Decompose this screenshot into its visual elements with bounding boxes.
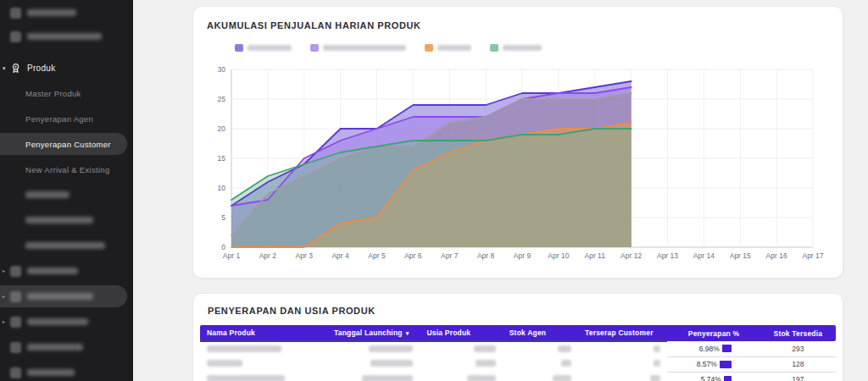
col-header-penyerapan-pct[interactable]: Penyerapan % [667,325,760,341]
product-table: Nama Produk Tanggal Launching▾ Usia Prod… [200,325,836,381]
sidebar-item-label: New Arrival & Existing [25,165,110,174]
legend-swatch [235,44,243,52]
blurred-value [467,375,496,381]
blurred-value [553,375,571,381]
table-title: PENYERAPAN DAN USIA PRODUK [208,306,836,316]
legend-label-blurred [323,45,406,51]
sidebar-item-blurred[interactable] [0,360,133,381]
blurred-value [476,360,496,367]
sales-chart: 051015202530Apr 1Apr 2Apr 3Apr 4Apr 5Apr… [207,62,829,268]
table-row: 5.74%197 [200,372,836,381]
blurred-value [654,345,660,352]
svg-text:30: 30 [218,65,226,74]
blurred-value [654,360,660,367]
blurred-icon [10,367,21,378]
svg-text:Apr 14: Apr 14 [693,251,715,260]
svg-text:0: 0 [221,243,225,251]
svg-text:Apr 12: Apr 12 [620,251,642,260]
blurred-cell [420,372,502,381]
stok-tersedia-cell: 128 [760,356,836,372]
blurred-icon [10,342,21,353]
chevron-right-icon[interactable]: ▸ [3,294,5,299]
sidebar-item-blurred[interactable] [0,24,133,49]
sidebar-item-penyerapan-customer[interactable]: Penyerapan Customer [0,131,133,157]
blurred-cell [503,356,578,372]
chevron-right-icon[interactable]: ▸ [3,268,5,273]
svg-text:Apr 15: Apr 15 [730,251,751,260]
blurred-value [558,345,571,352]
table-row: 6.98%293 [200,341,836,356]
svg-text:20: 20 [218,124,226,133]
col-header-stok-tersedia[interactable]: Stok Tersedia [760,325,836,341]
col-header-tanggal-launching[interactable]: Tanggal Launching▾ [327,325,420,341]
blurred-label [27,9,76,16]
sidebar-item-blurred[interactable] [0,2,133,24]
sidebar-item-penyerapan-agen[interactable]: Penyerapan Agen [0,106,133,131]
legend-item-2[interactable] [310,44,406,52]
penyerapan-value: 6.98% [699,345,720,353]
sidebar-item-master-produk[interactable]: Master Produk [0,80,133,106]
blurred-cell [327,341,420,356]
blurred-label [25,191,70,198]
sidebar-item-new-arrival-existing[interactable]: New Arrival & Existing [0,157,133,182]
chevron-right-icon[interactable]: ▸ [3,319,5,324]
chart-title: AKUMULASI PENJUALAN HARIAN PRODUK [207,20,829,30]
penyerapan-value: 8.57% [697,360,717,368]
blurred-cell [200,341,327,356]
legend-item-3[interactable] [425,44,471,52]
table-header-row: Nama Produk Tanggal Launching▾ Usia Prod… [200,325,836,341]
legend-item-4[interactable] [490,44,542,52]
legend-swatch [490,44,498,52]
blurred-value [650,375,660,381]
sidebar: ▾ProdukMaster ProdukPenyerapan AgenPenye… [0,0,133,381]
blurred-icon [10,266,21,277]
chart-legend [235,44,829,52]
blurred-value [362,375,413,381]
col-header-terserap-customer[interactable]: Terserap Customer [578,325,667,341]
svg-text:Apr 3: Apr 3 [296,251,314,260]
svg-text:Apr 4: Apr 4 [331,251,349,260]
sidebar-item-blurred[interactable]: ▸ [0,258,133,284]
blurred-cell [327,356,420,372]
svg-text:Apr 5: Apr 5 [368,251,386,260]
sidebar-item-produk[interactable]: ▾Produk [0,55,133,80]
col-header-nama-produk[interactable]: Nama Produk [200,325,327,341]
stok-tersedia-cell: 197 [760,372,836,381]
penyerapan-cell: 5.74% [667,372,760,381]
col-header-stok-agen[interactable]: Stok Agen [503,325,578,341]
sidebar-item-blurred[interactable]: ▸ [0,309,133,334]
svg-text:Apr 8: Apr 8 [477,251,495,260]
sidebar-item-blurred[interactable] [0,233,133,258]
blurred-cell [578,356,667,372]
svg-text:Apr 16: Apr 16 [766,251,787,260]
blurred-icon [10,291,21,302]
svg-text:Apr 6: Apr 6 [404,251,422,260]
blurred-value [369,345,413,352]
penyerapan-cell: 6.98% [667,341,760,356]
sidebar-item-blurred[interactable]: ▸ [0,284,133,309]
blurred-value [207,345,281,352]
svg-text:Apr 7: Apr 7 [441,251,459,260]
chevron-down-icon[interactable]: ▾ [3,65,6,71]
blurred-cell [420,341,502,356]
blurred-label [27,33,102,40]
blurred-value [561,360,571,367]
blurred-cell [327,372,420,381]
sidebar-item-blurred[interactable] [0,334,133,360]
sidebar-item-blurred[interactable] [0,182,133,207]
legend-label-blurred [248,45,292,51]
penyerapan-bar [724,376,732,381]
col-header-usia-produk[interactable]: Usia Produk [420,325,502,341]
blurred-cell [503,341,578,356]
blurred-icon [10,317,21,328]
main-content: AKUMULASI PENJUALAN HARIAN PRODUK 051015… [133,0,868,381]
svg-text:Apr 13: Apr 13 [657,251,678,260]
svg-text:Apr 17: Apr 17 [802,251,823,260]
sidebar-item-blurred[interactable] [0,207,133,233]
legend-item-1[interactable] [235,44,292,52]
svg-text:Apr 11: Apr 11 [585,251,606,260]
sidebar-item-label: Penyerapan Customer [25,140,111,149]
stok-tersedia-cell: 293 [760,341,836,356]
blurred-label [25,242,105,249]
svg-text:Apr 10: Apr 10 [548,251,569,260]
